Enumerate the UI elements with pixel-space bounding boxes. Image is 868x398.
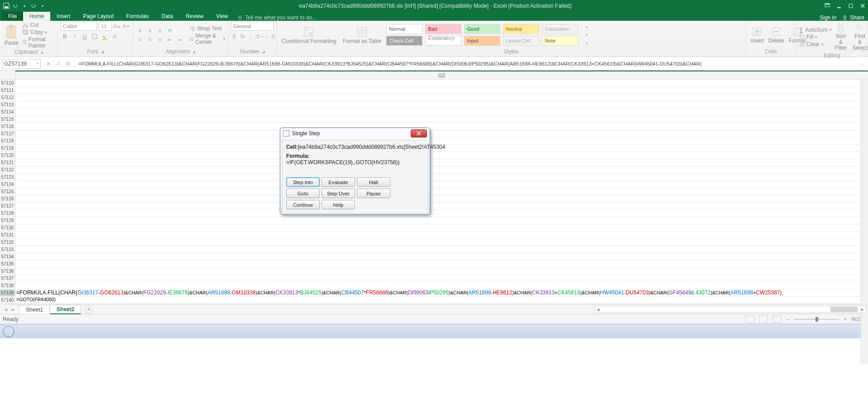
grid-row[interactable]: 57124 xyxy=(0,181,868,188)
undo-icon[interactable] xyxy=(12,2,19,9)
grid-cell[interactable] xyxy=(15,261,868,267)
grid-cell[interactable]: =FORMULA.FILL(CHAR(GI36317-GO62613)&CHAR… xyxy=(15,289,868,296)
zoom-in-icon[interactable]: + xyxy=(844,316,847,322)
pause-button[interactable]: Pause xyxy=(357,189,390,198)
horizontal-scrollbar[interactable]: ◂ ▸ xyxy=(595,306,866,313)
row-header[interactable]: 57125 xyxy=(0,188,15,195)
zoom-slider[interactable] xyxy=(794,319,839,320)
grid-row[interactable]: 57123 xyxy=(0,174,868,181)
grid-cell[interactable] xyxy=(15,174,868,180)
merge-center-button[interactable]: Merge & Center▾ xyxy=(189,33,225,45)
sheet-nav-next-icon[interactable]: ▸ xyxy=(12,306,14,313)
grid-row[interactable]: 57114 xyxy=(0,109,868,116)
grid-row[interactable]: 57111 xyxy=(0,87,868,94)
row-header[interactable]: 57126 xyxy=(0,195,15,202)
zoom-out-icon[interactable]: − xyxy=(786,316,789,322)
qat-dd-icon[interactable]: ▾ xyxy=(21,2,28,9)
grid-row[interactable]: 57138 xyxy=(0,282,868,289)
row-header[interactable]: 57110 xyxy=(0,80,15,86)
collapse-ribbon-icon[interactable]: ⌃ xyxy=(862,50,865,55)
grid-cell[interactable] xyxy=(15,282,868,289)
maximize-icon[interactable] xyxy=(848,3,854,9)
row-header[interactable]: 57121 xyxy=(0,159,15,166)
row-header[interactable]: 57129 xyxy=(0,217,15,224)
align-bottom-icon[interactable]: ≡ xyxy=(156,27,164,35)
grid-cell[interactable] xyxy=(15,101,868,108)
halt-button[interactable]: Halt xyxy=(357,177,390,187)
decrease-font-icon[interactable]: A▼ xyxy=(123,22,130,30)
paste-button[interactable]: Paste xyxy=(3,24,20,47)
formula-bar[interactable] xyxy=(76,59,858,69)
goto-button[interactable]: Goto xyxy=(286,189,320,198)
style-more-icon[interactable]: ▾ xyxy=(583,39,591,47)
clear-button[interactable]: Clear▾ xyxy=(799,41,831,47)
grid-cell[interactable] xyxy=(15,217,868,224)
row-header[interactable]: 57130 xyxy=(0,224,15,231)
grid-row[interactable]: 57136 xyxy=(0,268,868,275)
grid-cell[interactable] xyxy=(15,159,868,166)
style-normal[interactable]: Normal xyxy=(386,24,422,34)
find-select-button[interactable]: Find & Select xyxy=(850,22,868,52)
grid-row[interactable]: 57126 xyxy=(0,195,868,203)
tab-formulas[interactable]: Formulas xyxy=(120,12,155,21)
delete-cells-button[interactable]: Delete xyxy=(767,26,786,45)
grid-row[interactable]: 57113 xyxy=(0,101,868,109)
row-header[interactable]: 57120 xyxy=(0,152,15,159)
row-header[interactable]: 57127 xyxy=(0,203,15,209)
redo-icon[interactable] xyxy=(30,2,37,9)
grid-cell[interactable] xyxy=(15,109,868,115)
row-header[interactable]: 57138 xyxy=(0,282,15,289)
sheet-tab-2[interactable]: Sheet2 xyxy=(50,305,81,314)
format-painter-button[interactable]: Format Painter xyxy=(22,36,55,49)
grid-row[interactable]: 57125 xyxy=(0,188,868,195)
font-size-dropdown[interactable]: 11 xyxy=(99,22,111,31)
hscroll-left-icon[interactable]: ◂ xyxy=(595,306,601,313)
row-header[interactable]: 57111 xyxy=(0,87,15,94)
row-header[interactable]: 57123 xyxy=(0,174,15,180)
row-header[interactable]: 57133 xyxy=(0,246,15,253)
cut-button[interactable]: Cut xyxy=(22,22,55,28)
close-icon[interactable] xyxy=(860,3,865,9)
grid-cell[interactable] xyxy=(15,80,868,86)
row-header[interactable]: 57118 xyxy=(0,137,15,144)
grid-row[interactable]: 57133 xyxy=(0,246,868,253)
format-as-table-button[interactable]: Format as Table xyxy=(341,25,384,45)
style-calculation[interactable]: Calculation xyxy=(542,24,578,34)
cancel-formula-icon[interactable]: ✕ xyxy=(46,61,51,67)
normal-view-icon[interactable] xyxy=(745,316,754,323)
tab-home[interactable]: Home xyxy=(23,12,50,21)
grid-row[interactable]: 57140=GOTO(FR44000) xyxy=(0,297,868,304)
grid-cell[interactable] xyxy=(15,188,868,195)
help-button[interactable]: Help xyxy=(321,200,355,209)
increase-font-icon[interactable]: A▲ xyxy=(114,22,121,30)
tell-me-search[interactable]: Tell me what you want to do... xyxy=(237,14,317,21)
row-header[interactable]: 57131 xyxy=(0,232,15,238)
grid-cell[interactable]: =GOTO(FR44000) xyxy=(15,297,868,303)
grid-row[interactable]: 57116 xyxy=(0,123,868,130)
sort-filter-button[interactable]: AZSort & Filter xyxy=(833,22,849,52)
dialog-close-button[interactable] xyxy=(411,129,427,137)
inc-decimal-icon[interactable]: .0→ xyxy=(256,33,264,41)
conditional-formatting-button[interactable]: Conditional Formatting xyxy=(280,25,338,45)
grid-cell[interactable] xyxy=(15,239,868,246)
expand-formula-bar-icon[interactable]: ⌄ xyxy=(858,62,868,66)
share-button[interactable]: Share xyxy=(842,14,864,21)
font-name-dropdown[interactable]: Calibri xyxy=(61,22,97,31)
tab-data[interactable]: Data xyxy=(155,12,179,21)
copy-button[interactable]: Copy▾ xyxy=(22,29,55,35)
grid-row[interactable]: 57110 xyxy=(0,80,868,87)
start-button-icon[interactable] xyxy=(2,325,15,338)
row-header[interactable]: 57134 xyxy=(0,253,15,260)
save-icon[interactable] xyxy=(3,2,10,9)
column-header[interactable]: GZ xyxy=(15,71,868,79)
grid-row[interactable]: 57130 xyxy=(0,224,868,232)
style-explanatory[interactable]: Explanatory ... xyxy=(425,36,461,46)
font-color-button[interactable]: A xyxy=(110,33,119,41)
align-top-icon[interactable]: ≡ xyxy=(136,27,144,35)
row-header[interactable]: 57139 xyxy=(0,289,15,296)
grid-cell[interactable] xyxy=(15,87,868,94)
border-button[interactable] xyxy=(91,33,99,41)
spreadsheet-grid[interactable]: 5711057111571125711357114571155711657117… xyxy=(0,80,868,304)
tab-insert[interactable]: Insert xyxy=(50,12,77,21)
grid-cell[interactable] xyxy=(15,253,868,260)
